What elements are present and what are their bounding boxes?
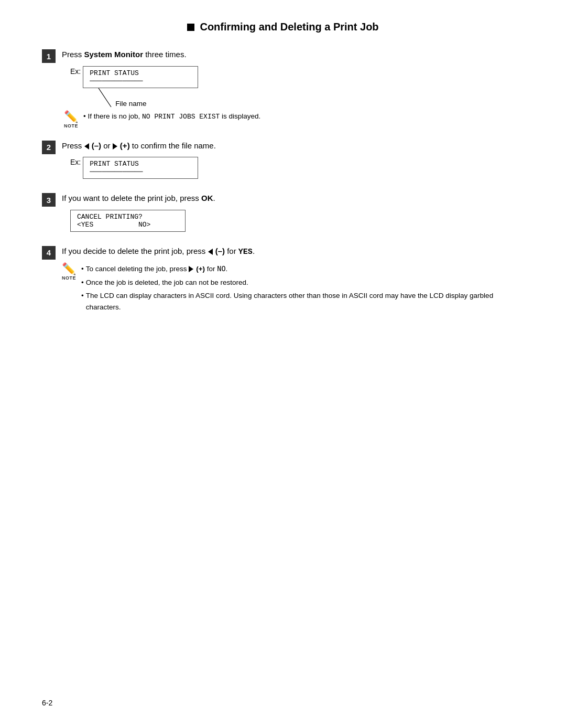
step-3-text: If you want to delete the print job, pre… <box>62 192 524 205</box>
title-square-icon <box>187 24 194 31</box>
step-1-text: Press System Monitor three times. <box>62 49 524 61</box>
step-1-content: Press System Monitor three times. Ex: PR… <box>62 49 524 129</box>
step-number-1: 1 <box>42 49 56 63</box>
step-1-ex: Ex: PRINT STATUS ───────────── File name <box>70 66 524 108</box>
ex-label-1: Ex: <box>70 67 81 76</box>
step-1: 1 Press System Monitor three times. Ex: … <box>42 49 524 129</box>
step-4: 4 If you decide to delete the print job,… <box>42 245 524 315</box>
right-arrow-icon-2 <box>189 266 193 272</box>
step-1-note-text: • If there is no job, NO PRINT JOBS EXIS… <box>83 111 260 122</box>
page-number: 6-2 <box>42 699 52 707</box>
note-icon-4: ✏️ NOTE <box>62 263 76 281</box>
step-2-text: Press (–) or (+) to confirm the file nam… <box>62 140 524 152</box>
pencil-icon-4: ✏️ <box>62 263 76 275</box>
step-2-content: Press (–) or (+) to confirm the file nam… <box>62 140 524 181</box>
step-1-lcd-block: PRINT STATUS ───────────── File name <box>83 66 198 108</box>
step-2: 2 Press (–) or (+) to confirm the file n… <box>42 140 524 181</box>
note-label-4: NOTE <box>62 275 76 281</box>
page-footer: 6-2 <box>42 699 52 707</box>
step-1-lcd: PRINT STATUS ───────────── <box>83 66 198 88</box>
arrow-icon <box>83 88 114 108</box>
note-item-1: To cancel deleting the job, press (+) fo… <box>81 263 524 275</box>
step-1-filename-annotation: File name <box>83 90 198 108</box>
svg-line-0 <box>99 88 111 107</box>
step-2-lcd-block: PRINT STATUS ───────────── <box>83 157 198 181</box>
step-4-text: If you decide to delete the print job, p… <box>62 245 524 259</box>
note-label-1: NOTE <box>64 123 78 129</box>
step-3-ex: CANCEL PRINTING? <YES NO> <box>70 210 524 234</box>
left-arrow-icon-2 <box>208 249 213 255</box>
file-name-label: File name <box>115 100 146 108</box>
step-number-3: 3 <box>42 193 56 207</box>
step-4-content: If you decide to delete the print job, p… <box>62 245 524 315</box>
pencil-icon: ✏️ <box>64 111 78 123</box>
step-3-content: If you want to delete the print job, pre… <box>62 192 524 234</box>
note-item-3: The LCD can display characters in ASCII … <box>81 290 524 313</box>
left-arrow-icon <box>84 143 89 149</box>
step-4-note-texts: To cancel deleting the job, press (+) fo… <box>81 263 524 315</box>
step-2-ex: Ex: PRINT STATUS ───────────── <box>70 157 524 181</box>
step-3-lcd: CANCEL PRINTING? <YES NO> <box>70 210 186 232</box>
note-item-2: Once the job is deleted, the job can not… <box>81 277 524 288</box>
step-4-notes: ✏️ NOTE To cancel deleting the job, pres… <box>62 263 524 315</box>
step-1-note: ✏️ NOTE • If there is no job, NO PRINT J… <box>64 111 524 129</box>
step-number-2: 2 <box>42 141 56 154</box>
step-3: 3 If you want to delete the print job, p… <box>42 192 524 234</box>
step-2-lcd: PRINT STATUS ───────────── <box>83 157 198 179</box>
ex-label-2: Ex: <box>70 158 81 166</box>
page-title: Confirming and Deleting a Print Job <box>42 21 524 33</box>
note-icon-1: ✏️ NOTE <box>64 111 78 129</box>
step-number-4: 4 <box>42 246 56 260</box>
right-arrow-icon <box>113 143 117 149</box>
title-text: Confirming and Deleting a Print Job <box>200 21 378 33</box>
